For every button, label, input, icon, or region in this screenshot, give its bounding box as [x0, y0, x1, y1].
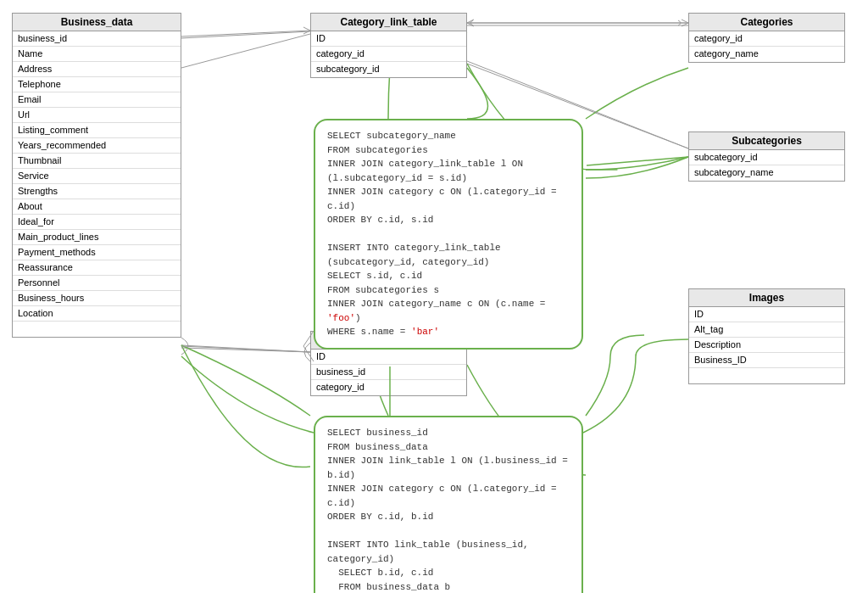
- table-row: subcategory_id: [689, 150, 844, 165]
- table-row: Alt_tag: [689, 322, 844, 338]
- table-row: ID: [311, 350, 466, 365]
- svg-line-5: [181, 348, 310, 352]
- table-row: Description: [689, 338, 844, 353]
- table-row: Name: [13, 47, 181, 62]
- table-row: Telephone: [13, 77, 181, 92]
- table-row: category_name: [689, 47, 844, 62]
- sql-text: SELECT subcategory_name FROM subcategori…: [327, 131, 557, 337]
- svg-line-4: [181, 31, 310, 38]
- table-row: business_id: [311, 365, 466, 380]
- categories-title: Categories: [689, 14, 844, 31]
- subcategories-title: Subcategories: [689, 132, 844, 150]
- table-row: Main_product_lines: [13, 230, 181, 245]
- table-row: Years_recommended: [13, 138, 181, 154]
- table-row: Ideal_for: [13, 215, 181, 230]
- table-row: [689, 368, 844, 383]
- images-table: Images ID Alt_tag Description Business_I…: [688, 288, 845, 384]
- sql-text: SELECT business_id FROM business_data IN…: [327, 428, 568, 593]
- svg-line-1: [181, 345, 310, 352]
- images-title: Images: [689, 289, 844, 307]
- table-row: subcategory_name: [689, 165, 844, 181]
- table-row: About: [13, 199, 181, 215]
- table-row: Url: [13, 108, 181, 123]
- table-row: category_id: [689, 31, 844, 47]
- table-row: Thumbnail: [13, 154, 181, 169]
- svg-line-0: [181, 34, 310, 68]
- table-row: Strengths: [13, 184, 181, 199]
- table-row: Address: [13, 62, 181, 77]
- top-sql-box: SELECT subcategory_name FROM subcategori…: [314, 119, 583, 350]
- table-row: Personnel: [13, 276, 181, 291]
- business-data-title: Business_data: [13, 14, 181, 31]
- table-row: Payment_methods: [13, 245, 181, 260]
- svg-line-10: [181, 346, 310, 352]
- table-row: business_id: [13, 31, 181, 47]
- canvas: Business_data business_id Name Address T…: [0, 0, 868, 593]
- table-row: Listing_comment: [13, 123, 181, 138]
- table-row: Email: [13, 92, 181, 108]
- table-row: category_id: [311, 47, 466, 62]
- business-data-table: Business_data business_id Name Address T…: [12, 13, 181, 338]
- table-row: category_id: [311, 380, 466, 395]
- table-row: Location: [13, 306, 181, 322]
- subcategories-table: Subcategories subcategory_id subcategory…: [688, 131, 845, 182]
- table-row: Business_hours: [13, 291, 181, 306]
- category-link-title: Category_link_table: [311, 14, 466, 31]
- table-row: Business_ID: [689, 353, 844, 368]
- svg-line-7: [181, 31, 310, 36]
- table-row: ID: [689, 307, 844, 322]
- table-row: subcategory_id: [311, 62, 466, 77]
- table-row: Service: [13, 169, 181, 184]
- categories-table: Categories category_id category_name: [688, 13, 845, 63]
- table-row: Reassurance: [13, 260, 181, 276]
- category-link-table: Category_link_table ID category_id subca…: [310, 13, 467, 78]
- bottom-sql-box: SELECT business_id FROM business_data IN…: [314, 416, 583, 593]
- table-row: [13, 322, 181, 337]
- table-row: ID: [311, 31, 466, 47]
